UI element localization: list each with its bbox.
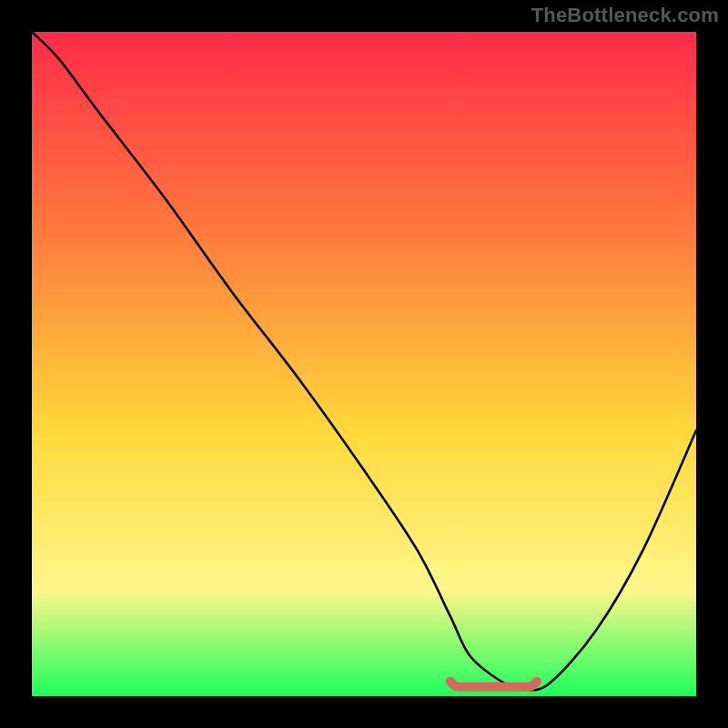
chart-frame: TheBottleneck.com — [0, 0, 728, 728]
chart-svg — [32, 32, 696, 696]
watermark-text: TheBottleneck.com — [531, 4, 719, 27]
gradient-background — [32, 32, 696, 696]
chart-plot-area — [32, 32, 696, 696]
